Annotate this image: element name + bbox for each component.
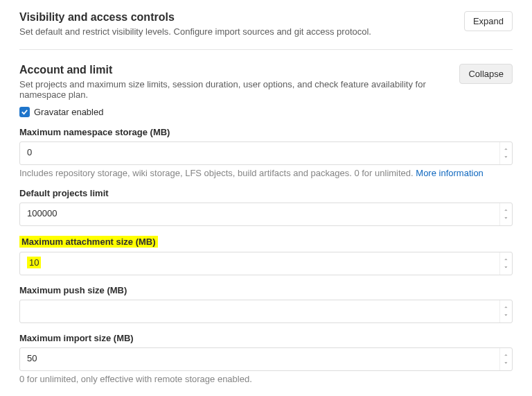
ns-storage-help: Includes repository storage, wiki storag… — [19, 168, 513, 178]
visibility-desc: Set default and restrict visibility leve… — [19, 26, 371, 37]
import-field: Maximum import size (MB) 50 ⌃⌄ 0 for unl… — [19, 333, 513, 384]
attachment-value: 10 — [20, 252, 499, 275]
account-desc: Set projects and maximum size limits, se… — [19, 79, 459, 100]
account-title: Account and limit — [19, 64, 459, 76]
ns-storage-value: 0 — [20, 142, 499, 164]
gravatar-label: Gravatar enabled — [34, 107, 103, 117]
account-section-header: Account and limit Set projects and maxim… — [19, 60, 513, 107]
chevron-down-icon[interactable]: ⌄ — [504, 214, 508, 219]
number-stepper[interactable]: ⌃⌄ — [499, 300, 512, 322]
visibility-title: Visibility and access controls — [19, 11, 371, 24]
chevron-down-icon[interactable]: ⌄ — [504, 264, 508, 268]
expand-button[interactable]: Expand — [464, 11, 513, 31]
push-field: Maximum push size (MB) ⌃⌄ — [19, 285, 513, 323]
attachment-field: Maximum attachment size (MB) 10 ⌃⌄ — [19, 236, 513, 275]
ns-storage-label: Maximum namespace storage (MB) — [19, 127, 170, 137]
push-input[interactable]: ⌃⌄ — [19, 300, 513, 323]
chevron-down-icon[interactable]: ⌄ — [504, 359, 508, 364]
push-label: Maximum push size (MB) — [19, 285, 127, 295]
check-icon — [21, 108, 28, 116]
import-label: Maximum import size (MB) — [19, 333, 134, 343]
divider — [19, 49, 513, 50]
ns-storage-input[interactable]: 0 ⌃⌄ — [19, 141, 513, 165]
number-stepper[interactable]: ⌃⌄ — [499, 348, 512, 370]
chevron-down-icon[interactable]: ⌄ — [504, 153, 508, 158]
more-info-link[interactable]: More information — [416, 168, 484, 178]
push-value — [20, 300, 499, 322]
projects-limit-label: Default projects limit — [19, 188, 109, 198]
ns-storage-field: Maximum namespace storage (MB) 0 ⌃⌄ Incl… — [19, 127, 513, 178]
chevron-down-icon[interactable]: ⌄ — [504, 311, 508, 316]
collapse-button[interactable]: Collapse — [459, 64, 513, 84]
import-help: 0 for unlimited, only effective with rem… — [19, 374, 513, 384]
projects-limit-field: Default projects limit 100000 ⌃⌄ — [19, 188, 513, 226]
gravatar-checkbox-row: Gravatar enabled — [19, 107, 513, 117]
number-stepper[interactable]: ⌃⌄ — [499, 142, 512, 164]
import-value: 50 — [20, 348, 499, 370]
number-stepper[interactable]: ⌃⌄ — [499, 252, 512, 275]
attachment-label: Maximum attachment size (MB) — [19, 236, 158, 248]
attachment-input[interactable]: 10 ⌃⌄ — [19, 252, 513, 275]
projects-limit-input[interactable]: 100000 ⌃⌄ — [19, 203, 513, 226]
number-stepper[interactable]: ⌃⌄ — [499, 203, 512, 225]
visibility-section-header: Visibility and access controls Set defau… — [19, 7, 513, 44]
gravatar-checkbox[interactable] — [19, 107, 30, 117]
projects-limit-value: 100000 — [20, 203, 499, 225]
import-input[interactable]: 50 ⌃⌄ — [19, 347, 513, 371]
